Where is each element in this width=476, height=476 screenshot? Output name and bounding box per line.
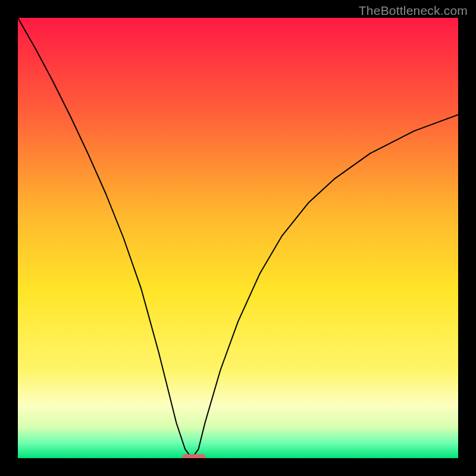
min-marker xyxy=(182,454,206,458)
plot-area xyxy=(18,18,458,458)
chart-frame: TheBottleneck.com xyxy=(0,0,476,476)
gradient-background xyxy=(18,18,458,458)
watermark-label: TheBottleneck.com xyxy=(359,4,468,18)
chart-svg xyxy=(18,18,458,458)
